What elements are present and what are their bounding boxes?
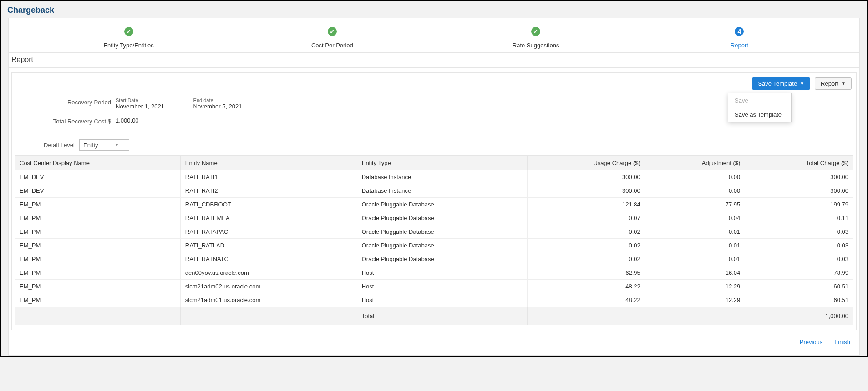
cell-total-charge: 60.51 [745, 293, 853, 307]
cell-adjustment: 0.01 [645, 252, 745, 266]
cell-usage-charge: 48.22 [528, 293, 645, 307]
col-total-charge[interactable]: Total Charge ($) [745, 156, 853, 170]
cell-total-charge: 60.51 [745, 280, 853, 293]
total-recovery-cost-value: 1,000.00 [116, 117, 139, 124]
cell-usage-charge: 62.95 [528, 266, 645, 280]
cell-entity-type: Host [357, 293, 527, 307]
cell-total-charge: 0.03 [745, 225, 853, 239]
detail-level-select[interactable]: Entity ▾ [79, 139, 129, 151]
cell-adjustment: 0.01 [645, 239, 745, 252]
step-label: Report [731, 42, 748, 49]
table-row[interactable]: EM_PMRATI_RATAPACOracle Pluggable Databa… [15, 225, 853, 239]
cell-adjustment: 0.00 [645, 170, 745, 184]
cell-entity-type: Oracle Pluggable Database [357, 252, 527, 266]
cell-entity-name: RATI_RATNATO [180, 252, 357, 266]
cell-usage-charge: 48.22 [528, 280, 645, 293]
table-row[interactable]: EM_PMslcm21adm02.us.oracle.comHost48.221… [15, 280, 853, 293]
step-label: Rate Suggestions [513, 42, 559, 49]
wizard-step-3[interactable]: ✓Rate Suggestions [434, 26, 638, 49]
section-heading: Report [9, 53, 859, 68]
cell-entity-type: Oracle Pluggable Database [357, 211, 527, 225]
save-template-button[interactable]: Save Template ▼ [752, 77, 810, 90]
table-row[interactable]: EM_PMRATI_CDBROOTOracle Pluggable Databa… [15, 198, 853, 211]
table-row[interactable]: EM_PMRATI_RATEMEAOracle Pluggable Databa… [15, 211, 853, 225]
cell-adjustment: 0.04 [645, 211, 745, 225]
wizard-step-4[interactable]: 4Report [638, 26, 841, 49]
cell-cost-center: EM_PM [15, 252, 181, 266]
cell-total-charge: 0.03 [745, 239, 853, 252]
cell-usage-charge: 0.02 [528, 252, 645, 266]
cell-entity-name: RATI_RATI2 [180, 184, 357, 198]
table-row[interactable]: EM_PMRATI_RATLADOracle Pluggable Databas… [15, 239, 853, 252]
wizard-step-1[interactable]: ✓Entity Type/Entities [27, 26, 230, 49]
col-adjustment[interactable]: Adjustment ($) [645, 156, 745, 170]
cell-cost-center: EM_PM [15, 293, 181, 307]
previous-link[interactable]: Previous [800, 339, 823, 345]
table-body: EM_DEVRATI_RATI1Database Instance300.000… [15, 170, 853, 307]
cell-cost-center: EM_PM [15, 280, 181, 293]
page-title: Chargeback [1, 1, 867, 18]
cell-entity-type: Database Instance [357, 184, 527, 198]
check-icon: ✓ [326, 26, 338, 37]
table-row[interactable]: EM_DEVRATI_RATI1Database Instance300.000… [15, 170, 853, 184]
cell-adjustment: 12.29 [645, 293, 745, 307]
cell-adjustment: 12.29 [645, 280, 745, 293]
cell-entity-name: slcm21adm02.us.oracle.com [180, 280, 357, 293]
report-button-label: Report [821, 80, 838, 87]
cell-cost-center: EM_DEV [15, 170, 181, 184]
check-icon: ✓ [530, 26, 542, 37]
table-row[interactable]: EM_PMden00yov.us.oracle.comHost62.9516.0… [15, 266, 853, 280]
step-number: 4 [733, 26, 745, 37]
start-date-value: November 1, 2021 [116, 103, 164, 110]
report-button[interactable]: Report ▼ [815, 77, 852, 90]
table-row[interactable]: EM_DEVRATI_RATI2Database Instance300.000… [15, 184, 853, 198]
cell-usage-charge: 0.02 [528, 239, 645, 252]
detail-level-row: Detail Level Entity ▾ [12, 130, 856, 155]
finish-link[interactable]: Finish [834, 339, 850, 345]
end-date-value: November 5, 2021 [193, 103, 242, 110]
table-row[interactable]: EM_PMslcm21adm01.us.oracle.comHost48.221… [15, 293, 853, 307]
cell-adjustment: 16.04 [645, 266, 745, 280]
total-value: 1,000.00 [745, 307, 853, 325]
cell-cost-center: EM_DEV [15, 184, 181, 198]
cell-cost-center: EM_PM [15, 239, 181, 252]
step-label: Cost Per Period [311, 42, 353, 49]
col-entity-type[interactable]: Entity Type [357, 156, 527, 170]
caret-down-icon: ▼ [800, 81, 804, 86]
cell-usage-charge: 0.07 [528, 211, 645, 225]
detail-level-value: Entity [83, 142, 98, 149]
report-panel: Save Template ▼ Report ▼ Save Save as Te… [11, 72, 857, 330]
col-usage-charge[interactable]: Usage Charge ($) [528, 156, 645, 170]
menu-item-save-as-template[interactable]: Save as Template [728, 108, 791, 122]
cell-total-charge: 0.11 [745, 211, 853, 225]
table-row[interactable]: EM_PMRATI_RATNATOOracle Pluggable Databa… [15, 252, 853, 266]
cell-total-charge: 199.79 [745, 198, 853, 211]
cell-usage-charge: 121.84 [528, 198, 645, 211]
col-cost-center[interactable]: Cost Center Display Name [15, 156, 181, 170]
wizard-footer: Previous Finish [9, 333, 859, 353]
cell-entity-name: RATI_CDBROOT [180, 198, 357, 211]
cell-entity-type: Oracle Pluggable Database [357, 225, 527, 239]
save-template-dropdown: Save Save as Template [728, 93, 792, 122]
cell-cost-center: EM_PM [15, 225, 181, 239]
total-label: Total [357, 307, 527, 325]
table-total-row: Total 1,000.00 [15, 307, 853, 325]
cell-total-charge: 78.99 [745, 266, 853, 280]
caret-down-icon: ▼ [841, 81, 846, 86]
cell-entity-type: Database Instance [357, 170, 527, 184]
cell-entity-name: RATI_RATLAD [180, 239, 357, 252]
cell-usage-charge: 0.02 [528, 225, 645, 239]
cell-entity-type: Host [357, 280, 527, 293]
cell-entity-type: Host [357, 266, 527, 280]
cell-adjustment: 0.01 [645, 225, 745, 239]
col-entity-name[interactable]: Entity Name [180, 156, 357, 170]
cell-usage-charge: 300.00 [528, 184, 645, 198]
recovery-period-label: Recovery Period [25, 98, 116, 106]
menu-item-save[interactable]: Save [728, 93, 791, 108]
wizard-step-2[interactable]: ✓Cost Per Period [230, 26, 434, 49]
caret-down-icon: ▾ [116, 143, 118, 148]
cell-entity-type: Oracle Pluggable Database [357, 239, 527, 252]
report-table: Cost Center Display Name Entity Name Ent… [15, 155, 853, 325]
cell-entity-name: den00yov.us.oracle.com [180, 266, 357, 280]
cell-total-charge: 300.00 [745, 184, 853, 198]
